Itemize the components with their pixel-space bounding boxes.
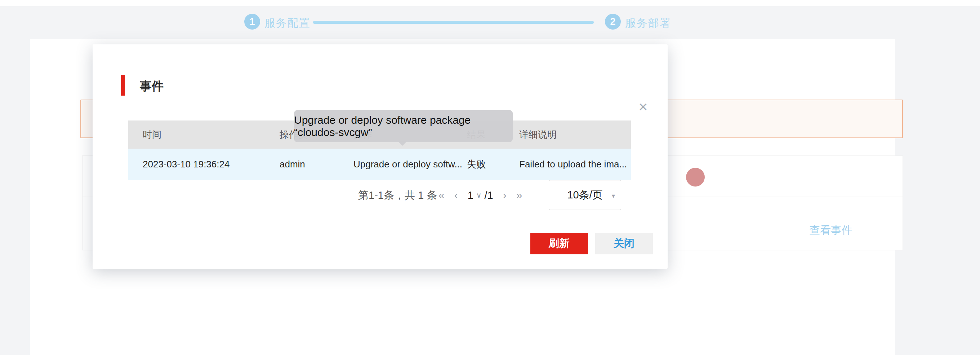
page-size-select[interactable]: 10条/页 ▾ <box>549 180 621 210</box>
modal-title: 事件 <box>140 78 164 94</box>
view-events-link[interactable]: 查看事件 <box>809 223 853 238</box>
pagination-bar: 第1-1条，共 1 条 « ‹ 1 ∨ /1 › » 10条/页 ▾ <box>92 180 668 210</box>
cell-operator: admin <box>280 149 353 180</box>
cell-time: 2023-03-10 19:36:24 <box>128 149 280 180</box>
prev-page-icon[interactable]: ‹ <box>454 190 458 201</box>
col-header-time: 时间 <box>128 120 280 149</box>
pagination-controls: « ‹ 1 ∨ /1 › » <box>439 180 522 210</box>
page-dropdown-caret-icon[interactable]: ∨ <box>476 191 482 200</box>
table-row[interactable]: 2023-03-10 19:36:24 admin Upgrade or dep… <box>128 149 631 180</box>
operation-tooltip: Upgrade or deploy software package “clou… <box>294 110 513 142</box>
step-2-circle: 2 <box>605 14 621 30</box>
col-header-description: 详细说明 <box>519 120 631 149</box>
title-accent-bar <box>121 75 125 96</box>
step-1-circle: 1 <box>244 14 260 30</box>
events-modal: ✕ 事件 时间 操作员 操作 结果 详细说明 2023-03-10 19:36:… <box>92 44 668 269</box>
failure-status-badge <box>686 168 705 187</box>
close-button[interactable]: 关闭 <box>595 233 653 254</box>
pagination-summary: 第1-1条，共 1 条 <box>358 180 437 210</box>
page-size-value: 10条/页 <box>567 188 602 202</box>
total-pages: /1 <box>484 189 493 201</box>
page-number-group[interactable]: 1 ∨ /1 <box>468 189 493 201</box>
select-caret-icon: ▾ <box>612 192 615 200</box>
current-page[interactable]: 1 <box>468 189 473 201</box>
cell-description: Failed to upload the ima... <box>519 149 631 180</box>
last-page-icon[interactable]: » <box>516 190 522 201</box>
step-2-label: 服务部署 <box>625 16 671 31</box>
first-page-icon[interactable]: « <box>439 190 445 201</box>
cell-result: 失败 <box>467 149 519 180</box>
stepper-connector-line <box>313 21 594 24</box>
next-page-icon[interactable]: › <box>503 190 507 201</box>
close-icon[interactable]: ✕ <box>635 99 651 115</box>
cell-operation: Upgrade or deploy softw... <box>353 149 467 180</box>
top-white-strip <box>0 0 980 6</box>
refresh-button[interactable]: 刷新 <box>530 233 588 254</box>
step-1-label: 服务配置 <box>264 16 310 31</box>
